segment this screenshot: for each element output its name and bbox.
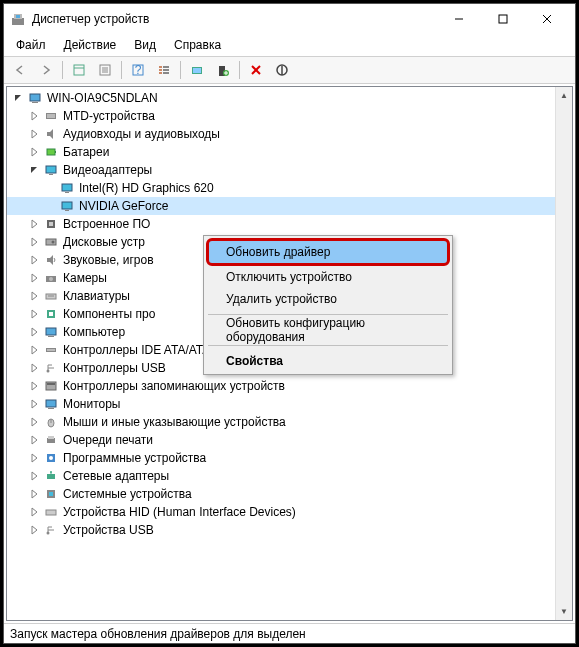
expander-icon[interactable] <box>27 253 41 267</box>
expander-icon[interactable] <box>27 361 41 375</box>
tree-category[interactable]: Программные устройства <box>7 449 572 467</box>
menu-help[interactable]: Справка <box>166 36 229 54</box>
toolbar-help[interactable]: ? <box>126 59 150 81</box>
printer-icon <box>43 432 59 448</box>
tree-category[interactable]: Мониторы <box>7 395 572 413</box>
tree-item-label: MTD-устройства <box>63 109 161 123</box>
expander-icon[interactable] <box>27 415 41 429</box>
menu-view[interactable]: Вид <box>126 36 164 54</box>
tree-category[interactable]: Мыши и иные указывающие устройства <box>7 413 572 431</box>
toolbar-update-driver[interactable] <box>211 59 235 81</box>
tree-category[interactable]: Батареи <box>7 143 572 161</box>
menu-action[interactable]: Действие <box>56 36 125 54</box>
svg-rect-56 <box>47 383 55 385</box>
svg-point-43 <box>52 241 55 244</box>
toolbar-scan[interactable] <box>185 59 209 81</box>
expander-icon[interactable] <box>27 109 41 123</box>
svg-rect-31 <box>47 114 55 118</box>
svg-rect-69 <box>49 492 53 496</box>
expander-icon[interactable] <box>27 289 41 303</box>
mtd-icon <box>43 108 59 124</box>
svg-rect-49 <box>49 312 53 316</box>
tree-category[interactable]: Системные устройства <box>7 485 572 503</box>
scroll-down-button[interactable]: ▼ <box>556 603 572 620</box>
status-text: Запуск мастера обновления драйверов для … <box>10 627 306 641</box>
tree-item-label: Устройства HID (Human Interface Devices) <box>63 505 302 519</box>
ctx-update-driver[interactable]: Обновить драйвер <box>206 238 450 266</box>
tree-device[interactable]: Intel(R) HD Graphics 620 <box>7 179 572 197</box>
expander-icon[interactable] <box>27 505 41 519</box>
expander-icon[interactable] <box>27 397 41 411</box>
display-icon <box>43 162 59 178</box>
forward-button[interactable] <box>34 59 58 81</box>
ctx-properties[interactable]: Свойства <box>206 350 450 372</box>
expander-icon[interactable] <box>43 199 57 213</box>
expander-icon[interactable] <box>27 307 41 321</box>
svg-rect-36 <box>62 184 72 191</box>
tree-category[interactable]: Контроллеры запоминающих устройств <box>7 377 572 395</box>
maximize-button[interactable] <box>481 4 525 34</box>
tree-category[interactable]: Очереди печати <box>7 431 572 449</box>
svg-rect-57 <box>46 400 56 407</box>
expander-icon[interactable] <box>11 91 25 105</box>
expander-icon[interactable] <box>27 343 41 357</box>
expander-icon[interactable] <box>27 523 41 537</box>
tree-category[interactable]: MTD-устройства <box>7 107 572 125</box>
tree-item-label: Аудиовходы и аудиовыходы <box>63 127 226 141</box>
toolbar-uninstall[interactable] <box>244 59 268 81</box>
back-button[interactable] <box>8 59 32 81</box>
tree-root[interactable]: WIN-OIA9C5NDLAN <box>7 89 572 107</box>
toolbar-properties[interactable] <box>93 59 117 81</box>
expander-icon[interactable] <box>27 487 41 501</box>
tree-item-label: Программные устройства <box>63 451 212 465</box>
expander-icon[interactable] <box>27 325 41 339</box>
svg-rect-35 <box>49 174 53 175</box>
tree-device[interactable]: NVIDIA GeForce <box>7 197 572 215</box>
svg-rect-34 <box>46 166 56 173</box>
toolbar-list[interactable] <box>152 59 176 81</box>
tree-category[interactable]: Устройства HID (Human Interface Devices) <box>7 503 572 521</box>
tree-item-label: Видеоадаптеры <box>63 163 158 177</box>
svg-rect-7 <box>74 65 84 75</box>
hid-icon <box>43 504 59 520</box>
close-button[interactable] <box>525 4 569 34</box>
scroll-up-button[interactable]: ▲ <box>556 87 572 104</box>
expander-icon[interactable] <box>43 181 57 195</box>
expander-icon[interactable] <box>27 217 41 231</box>
ctx-refresh-config[interactable]: Обновить конфигурацию оборудования <box>206 319 450 341</box>
scrollbar-vertical[interactable]: ▲ ▼ <box>555 87 572 620</box>
svg-rect-16 <box>159 69 162 71</box>
tree-item-label: Компоненты про <box>63 307 161 321</box>
toolbar-show-hide[interactable] <box>67 59 91 81</box>
device-manager-window: Диспетчер устройств Файл Действие Вид Сп… <box>3 3 576 644</box>
expander-icon[interactable] <box>27 469 41 483</box>
tree-item-label: Дисковые устр <box>63 235 151 249</box>
expander-icon[interactable] <box>27 127 41 141</box>
tree-category[interactable]: Устройства USB <box>7 521 572 539</box>
tree-item-label: Клавиатуры <box>63 289 136 303</box>
svg-rect-22 <box>193 68 201 73</box>
ctx-disable-device[interactable]: Отключить устройство <box>206 266 450 288</box>
toolbar-disable[interactable] <box>270 59 294 81</box>
expander-icon[interactable] <box>27 433 41 447</box>
tree-category[interactable]: Сетевые адаптеры <box>7 467 572 485</box>
expander-icon[interactable] <box>27 163 41 177</box>
minimize-button[interactable] <box>437 4 481 34</box>
tree-item-label: Intel(R) HD Graphics 620 <box>79 181 220 195</box>
tree-item-label: Батареи <box>63 145 115 159</box>
svg-rect-37 <box>65 192 69 193</box>
menu-file[interactable]: Файл <box>8 36 54 54</box>
expander-icon[interactable] <box>27 379 41 393</box>
tree-category[interactable]: Аудиовходы и аудиовыходы <box>7 125 572 143</box>
tree-category[interactable]: Встроенное ПО <box>7 215 572 233</box>
tree-category[interactable]: Видеоадаптеры <box>7 161 572 179</box>
expander-icon[interactable] <box>27 451 41 465</box>
tree-item-label: Системные устройства <box>63 487 198 501</box>
expander-icon[interactable] <box>27 235 41 249</box>
expander-icon[interactable] <box>27 271 41 285</box>
svg-rect-62 <box>48 436 54 439</box>
svg-rect-39 <box>65 210 69 211</box>
svg-rect-2 <box>16 15 20 18</box>
ctx-remove-device[interactable]: Удалить устройство <box>206 288 450 310</box>
expander-icon[interactable] <box>27 145 41 159</box>
